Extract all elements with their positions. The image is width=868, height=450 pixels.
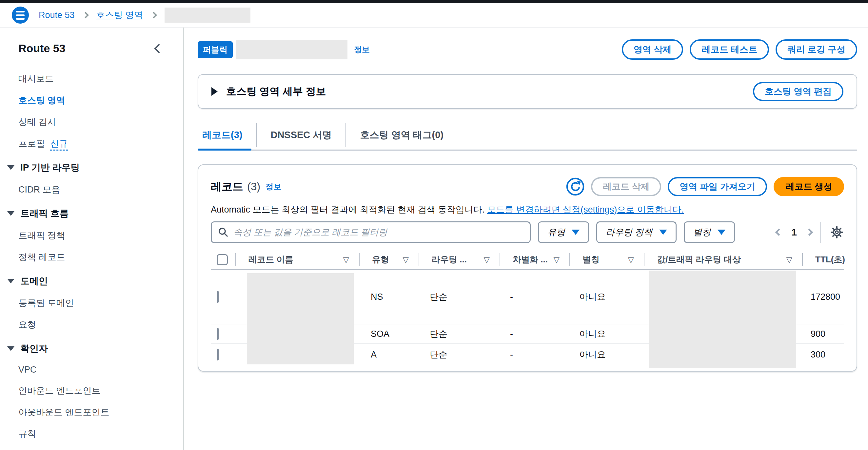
sidebar-item-registered-domains[interactable]: 등록된 도메인: [0, 292, 183, 314]
hosted-zone-details-panel: 호스팅 영역 세부 정보 호스팅 영역 편집: [198, 74, 857, 109]
record-type-cell: A: [358, 350, 417, 360]
window-top-edge: [0, 0, 868, 3]
select-all-checkbox[interactable]: [217, 254, 228, 265]
divider: [820, 222, 821, 243]
record-filter-searchbox[interactable]: [211, 221, 531, 243]
new-badge-link[interactable]: 신규: [50, 139, 68, 151]
tab-dnssec-signing[interactable]: DNSSEC 서명: [257, 121, 345, 150]
sort-icon[interactable]: ▽: [343, 255, 349, 264]
settings-link[interactable]: 모드를 변경하려면 설정(settings)으로 이동합니다.: [487, 205, 684, 214]
record-filter-input[interactable]: [234, 227, 523, 237]
tabs: 레코드(3) DNSSEC 서명 호스팅 영역 태그(0): [198, 121, 857, 151]
sidebar-item-traffic-policies[interactable]: 트래픽 정책: [0, 225, 183, 246]
row-checkbox[interactable]: [217, 328, 219, 340]
record-alias-cell: 아니요: [567, 291, 641, 303]
records-info-link[interactable]: 정보: [266, 181, 281, 192]
tab-hosted-zone-tags[interactable]: 호스팅 영역 태그(0): [346, 121, 457, 150]
pagination: 1: [776, 227, 812, 238]
search-icon: [218, 227, 228, 237]
column-header-value: 값/트래픽 라우팅 대상: [657, 254, 741, 265]
sidebar-section-traffic-flow[interactable]: 트래픽 흐름: [0, 201, 183, 225]
records-description: Automatic 모드는 최상의 필터 결과에 최적화된 현재 검색 동작입니…: [211, 204, 844, 215]
record-differentiator-cell: -: [498, 350, 567, 360]
record-ttl-cell: 900: [798, 329, 844, 339]
sidebar-item-outbound-endpoints[interactable]: 아웃바운드 엔드포인트: [0, 401, 183, 423]
current-page-number: 1: [791, 227, 797, 238]
record-differentiator-cell: -: [498, 292, 567, 302]
sidebar-section-resolver[interactable]: 확인자: [0, 335, 183, 360]
sidebar-item-inbound-endpoints[interactable]: 인바운드 엔드포인트: [0, 380, 183, 401]
routing-policy-filter-dropdown[interactable]: 라우팅 정책: [596, 221, 677, 243]
hamburger-menu-button[interactable]: [12, 6, 29, 24]
caret-down-icon: [7, 347, 14, 351]
page-header: 퍼블릭 정보 영역 삭제 레코드 테스트 쿼리 로깅 구성: [198, 39, 857, 60]
row-checkbox[interactable]: [217, 349, 219, 360]
records-card-header: 레코드 (3) 정보 레코드 삭제 영역 파일 가져오기 레코드 생성: [211, 176, 844, 197]
redacted-record-names-block: [247, 273, 354, 364]
sidebar-item-policy-records[interactable]: 정책 레코드: [0, 246, 183, 268]
record-type-cell: SOA: [358, 329, 417, 339]
alias-filter-dropdown[interactable]: 별칭: [684, 221, 735, 243]
delete-zone-button[interactable]: 영역 삭제: [622, 39, 683, 60]
record-routing-cell: 단순: [417, 349, 498, 360]
table-settings-button[interactable]: [830, 225, 844, 239]
expand-triangle-icon[interactable]: [211, 87, 218, 96]
tab-records[interactable]: 레코드(3): [198, 121, 256, 150]
sort-icon[interactable]: ▽: [554, 255, 560, 264]
column-header-differentiator: 차별화 ...: [513, 254, 548, 265]
column-header-routing: 라우팅 ...: [432, 254, 467, 265]
edit-hosted-zone-button[interactable]: 호스팅 영역 편집: [753, 82, 843, 101]
sidebar-collapse-icon[interactable]: [154, 43, 163, 53]
sort-icon[interactable]: ▽: [786, 255, 792, 264]
hamburger-icon: [16, 11, 25, 12]
caret-down-icon: [659, 230, 667, 235]
column-header-record-name: 레코드 이름: [248, 254, 293, 265]
sidebar-item-requests[interactable]: 요청: [0, 314, 183, 335]
sidebar-item-cidr-collections[interactable]: CIDR 모음: [0, 179, 183, 201]
zone-info-link[interactable]: 정보: [354, 44, 370, 55]
sort-icon[interactable]: ▽: [484, 255, 490, 264]
redacted-zone-name: [236, 40, 347, 59]
sidebar-section-domains[interactable]: 도메인: [0, 268, 183, 292]
sidebar-section-ip-based-routing[interactable]: IP 기반 라우팅: [0, 154, 183, 179]
caret-down-icon: [7, 279, 14, 283]
breadcrumb: Route 53 호스팅 영역: [39, 7, 250, 23]
sidebar-nav: 대시보드 호스팅 영역 상태 검사 프로필신규 IP 기반 라우팅 CIDR 모…: [0, 68, 183, 450]
sidebar-item-health-checks[interactable]: 상태 검사: [0, 111, 183, 133]
filter-row: 유형 라우팅 정책 별칭 1: [211, 221, 844, 243]
caret-down-icon: [7, 165, 14, 170]
sort-icon[interactable]: ▽: [628, 255, 634, 264]
breadcrumb-hosted-zones-link[interactable]: 호스팅 영역: [96, 9, 143, 21]
sidebar-item-profiles[interactable]: 프로필신규: [0, 133, 183, 154]
refresh-button[interactable]: [566, 177, 585, 196]
refresh-icon: [566, 177, 585, 196]
next-page-button[interactable]: [806, 229, 813, 236]
previous-page-button[interactable]: [775, 229, 783, 236]
breadcrumb-bar: Route 53 호스팅 영역: [0, 3, 868, 28]
sidebar-item-rules[interactable]: 규칙: [0, 423, 183, 445]
test-record-button[interactable]: 레코드 테스트: [690, 39, 769, 60]
type-filter-dropdown[interactable]: 유형: [538, 221, 589, 243]
row-checkbox[interactable]: [217, 291, 219, 303]
import-zone-file-button[interactable]: 영역 파일 가져오기: [668, 177, 767, 196]
create-record-button[interactable]: 레코드 생성: [774, 177, 844, 196]
records-title: 레코드: [211, 179, 243, 194]
sidebar-item-query-logging[interactable]: 쿼리 로깅: [0, 445, 183, 450]
sidebar-item-dashboard[interactable]: 대시보드: [0, 68, 183, 90]
sidebar-item-vpc[interactable]: VPC: [0, 360, 183, 380]
record-routing-cell: 단순: [417, 328, 498, 340]
gear-icon: [830, 226, 843, 239]
record-routing-cell: 단순: [417, 291, 498, 303]
sort-icon[interactable]: ▽: [403, 255, 409, 264]
column-header-alias: 별칭: [583, 254, 599, 265]
configure-query-logging-button[interactable]: 쿼리 로깅 구성: [776, 39, 857, 60]
redacted-record-values-block: [649, 271, 796, 368]
breadcrumb-route53-link[interactable]: Route 53: [39, 10, 75, 20]
chevron-right-icon: [151, 12, 157, 18]
sidebar-item-hosted-zones[interactable]: 호스팅 영역: [0, 90, 183, 111]
record-type-cell: NS: [358, 292, 417, 302]
chevron-right-icon: [82, 12, 89, 18]
details-panel-title[interactable]: 호스팅 영역 세부 정보: [226, 85, 326, 98]
records-card: 레코드 (3) 정보 레코드 삭제 영역 파일 가져오기 레코드 생성: [198, 164, 857, 371]
delete-record-button[interactable]: 레코드 삭제: [591, 177, 661, 196]
